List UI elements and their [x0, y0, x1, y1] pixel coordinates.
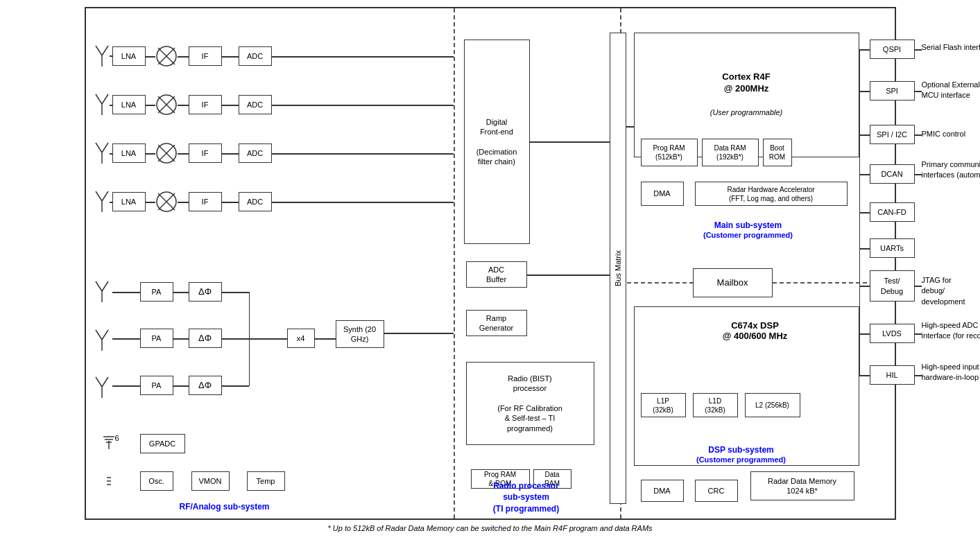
digital-frontend-block: Digital Front-end (Decimation filter cha…	[464, 40, 530, 244]
line-main-testdebug	[859, 286, 870, 287]
footnote: * Up to 512kB of Radar Data Memory can b…	[10, 524, 970, 532]
lna1-label: LNA	[121, 51, 136, 61]
x4-label: x4	[297, 333, 305, 343]
line-main-spii2c	[859, 134, 870, 136]
if3-block: IF	[189, 143, 222, 163]
spi-i2c-block: SPI / I2C	[870, 125, 915, 144]
prog-ram-main-block: Prog RAM (512kB*)	[641, 139, 698, 166]
bus-matrix-block: Bus Matrix	[610, 33, 626, 504]
antenna-tx2	[94, 329, 110, 351]
gpadc-antenna	[103, 430, 115, 449]
line-dphi1-vjoin	[222, 292, 249, 293]
spi-iface-label: Optional ExternalMCU interface	[922, 80, 981, 101]
line-dphi2-x4	[222, 338, 287, 340]
pa1-block: PA	[140, 282, 173, 302]
adc4-label: ADC	[247, 197, 263, 207]
l1d-block: L1D (32kB)	[693, 393, 738, 417]
svg-line-5	[102, 94, 108, 104]
crc-label: CRC	[708, 486, 725, 496]
line-adc3-dfe	[272, 153, 454, 155]
dsp-subsystem-label: DSP sub-system	[708, 445, 773, 455]
digital-frontend-label: Digital Front-end (Decimation filter cha…	[476, 117, 517, 166]
dphi2-block: ΔΦ	[189, 329, 222, 348]
antenna-tx3	[94, 376, 110, 398]
line-lna3-mix3	[146, 153, 155, 155]
line-qspi-right	[915, 49, 922, 51]
gpadc-label: GPADC	[149, 439, 175, 448]
line-if4-adc4	[222, 202, 239, 203]
main-subsystem-title: Main sub-system (Customer programmed)	[655, 220, 842, 240]
svg-line-8	[102, 143, 108, 152]
lna3-label: LNA	[121, 148, 136, 158]
main-subsystem-sublabel: (Customer programmed)	[703, 231, 793, 239]
antenna-rx1	[94, 44, 110, 67]
line-busmatrix-main	[626, 126, 634, 128]
pa3-block: PA	[140, 376, 173, 395]
if1-label: IF	[202, 51, 209, 61]
line-ant4-lna4	[110, 202, 112, 203]
spi-i2c-iface-label: PMIC control	[922, 130, 966, 138]
uarts-block: UARTs	[870, 238, 915, 258]
radio-bist-block: Radio (BIST) processor (For RF Calibrati…	[466, 362, 594, 445]
l1p-block: L1P (32kB)	[641, 393, 686, 417]
svg-line-4	[96, 94, 102, 104]
line-dfe-busmatrix	[530, 141, 610, 143]
line-main-lvds	[859, 333, 870, 335]
osc-symbol	[105, 474, 121, 489]
mixer1	[155, 45, 178, 67]
boot-rom-label: Boot ROM	[769, 143, 785, 162]
line-if1-adc1	[222, 56, 239, 58]
line-mix3-if3	[178, 153, 189, 155]
qspi-iface-label: Serial Flash interface	[922, 43, 981, 51]
dphi1-block: ΔΦ	[189, 282, 222, 302]
mixer4	[155, 191, 178, 213]
data-ram-main-block: Data RAM (192kB*)	[702, 139, 759, 166]
antenna-rx4	[94, 190, 110, 212]
adc3-label: ADC	[247, 148, 263, 158]
radio-bist-label: Radio (BIST) processor (For RF Calibrati…	[497, 374, 562, 433]
dma-main-block: DMA	[641, 182, 684, 206]
spi-block: SPI	[870, 81, 915, 101]
adc3-block: ADC	[239, 143, 272, 163]
adc-buffer-block: ADC Buffer	[466, 261, 527, 288]
ramp-gen-block: Ramp Generator	[466, 310, 527, 336]
dsp-subsystem-title: DSP sub-system (Customer programmed)	[648, 445, 835, 464]
vmon-block: VMON	[191, 471, 230, 491]
line-dcan-right	[915, 174, 922, 175]
hil-block: HIL	[870, 365, 915, 385]
pa3-label: PA	[152, 381, 162, 390]
lna4-block: LNA	[112, 192, 146, 211]
antenna-rx2	[94, 93, 110, 115]
diagram-outer: LNA LNA LNA LNA	[85, 7, 896, 520]
spi-i2c-label: SPI / I2C	[877, 130, 907, 139]
synth-block: Synth (20 GHz)	[336, 320, 384, 348]
adc1-label: ADC	[247, 51, 263, 61]
adc2-label: ADC	[247, 100, 263, 110]
dsp-title: C674x DSP@ 400/600 MHz	[686, 320, 825, 341]
mixer2	[155, 94, 178, 116]
dphi2-label: ΔΦ	[198, 333, 212, 345]
uarts-label: UARTs	[880, 243, 904, 253]
radio-processor-title: Radio processor sub-system (TI programme…	[457, 469, 596, 515]
lna4-label: LNA	[121, 197, 136, 207]
radar-hw-accel-label: Radar Hardware Accelerator (FFT, Log mag…	[727, 185, 814, 203]
line-if3-adc3	[222, 153, 239, 155]
svg-line-1	[96, 46, 102, 55]
line-x4-synth	[315, 338, 336, 340]
l2-block: L2 (256kB)	[745, 393, 800, 417]
temp-block: Temp	[247, 471, 285, 491]
svg-line-20	[102, 377, 108, 387]
line-main-qspi	[859, 49, 870, 51]
crc-block: CRC	[695, 480, 738, 502]
line-lna1-mix1	[146, 56, 155, 58]
line-pa3-dphi3	[173, 385, 189, 387]
line-dphi3-vjoin	[222, 385, 249, 387]
line-pa2-ant2	[112, 338, 140, 340]
can-fd-block: CAN-FD	[870, 202, 915, 222]
osc-block: Osc.	[140, 471, 173, 491]
svg-line-11	[102, 191, 108, 201]
dcan-iface-label: Primary communicationinterfaces (automot…	[922, 159, 981, 181]
line-adc2-dfe	[272, 105, 454, 106]
data-ram-main-label: Data RAM (192kB*)	[714, 143, 746, 162]
line-pa1-dphi1	[173, 292, 189, 293]
